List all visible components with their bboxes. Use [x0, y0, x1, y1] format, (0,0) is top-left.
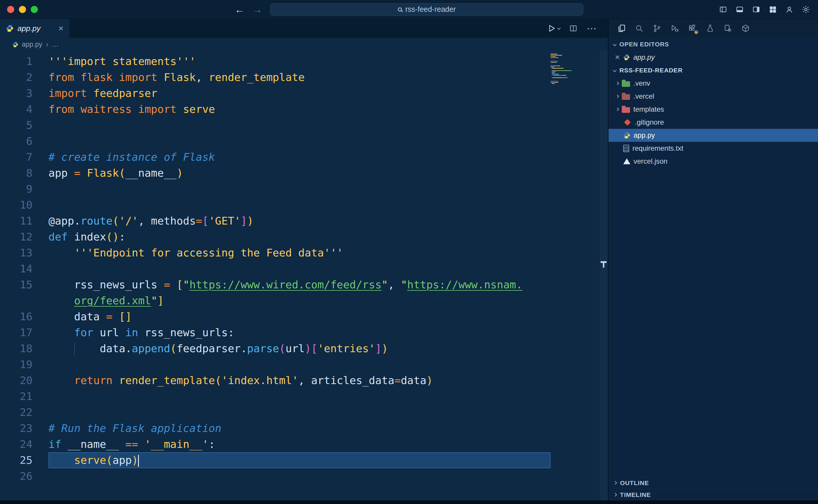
- run-button[interactable]: [547, 24, 560, 33]
- open-editor-label: app.py: [633, 53, 655, 61]
- breadcrumb-more[interactable]: …: [52, 40, 59, 48]
- open-editors-header[interactable]: OPEN EDITORS: [608, 38, 818, 51]
- breadcrumb-item-file[interactable]: app.py: [22, 40, 42, 48]
- more-actions-icon[interactable]: ⋯: [587, 23, 597, 33]
- code-text: app = Flask(__name__): [48, 165, 551, 181]
- line-number: 4: [0, 101, 33, 117]
- tools-icon[interactable]: [723, 23, 733, 34]
- extensions-icon[interactable]: [687, 23, 698, 34]
- code-line[interactable]: 12def index():: [0, 229, 551, 245]
- text-file-icon: [623, 145, 629, 152]
- code-line[interactable]: 8app = Flask(__name__): [0, 165, 551, 181]
- line-number: 23: [0, 420, 33, 436]
- tree-item-.vercel[interactable]: .vercel: [608, 90, 818, 103]
- line-number: 16: [0, 309, 33, 325]
- open-editors-label: OPEN EDITORS: [619, 41, 669, 48]
- code-line[interactable]: 10: [0, 197, 551, 213]
- git-icon: [624, 119, 631, 126]
- code-line[interactable]: 11@app.route('/', methods=['GET']): [0, 213, 551, 229]
- explorer-icon[interactable]: [616, 23, 627, 34]
- code-line[interactable]: 9: [0, 181, 551, 197]
- chevron-right-icon: [613, 481, 617, 485]
- code-text: org/feed.xml"]: [48, 293, 551, 309]
- line-number: 8: [0, 165, 33, 181]
- scrollbar[interactable]: [600, 51, 608, 500]
- timeline-section-header[interactable]: TIMELINE: [608, 489, 818, 500]
- close-window-button[interactable]: [7, 6, 14, 13]
- back-button[interactable]: ←: [235, 4, 245, 14]
- layout-columns-icon[interactable]: [719, 5, 728, 14]
- project-root-header[interactable]: RSS-FEED-READER: [608, 64, 818, 77]
- code-line[interactable]: 19: [0, 357, 551, 373]
- tab-app-py[interactable]: app.py ×: [0, 19, 69, 38]
- code-text: for url in rss_news_urls:: [48, 325, 551, 341]
- code-line[interactable]: 3import feedparser: [0, 85, 551, 101]
- search-icon[interactable]: [634, 23, 645, 34]
- code-line[interactable]: 21: [0, 388, 551, 404]
- code-line[interactable]: 22: [0, 404, 551, 420]
- run-debug-icon[interactable]: [669, 23, 680, 34]
- code-line[interactable]: 18 data.append(feedparser.parse(url)['en…: [0, 341, 551, 357]
- code-line[interactable]: 20 return render_template('index.html', …: [0, 373, 551, 388]
- chevron-right-icon: [616, 82, 619, 85]
- close-icon[interactable]: ×: [615, 53, 620, 61]
- settings-gear-icon[interactable]: [801, 5, 810, 14]
- line-number: 1: [0, 53, 33, 69]
- minimize-window-button[interactable]: [19, 6, 26, 13]
- line-number: 10: [0, 197, 33, 213]
- code-line[interactable]: 2from flask import Flask, render_templat…: [0, 69, 551, 85]
- toggle-panel-icon[interactable]: [735, 5, 744, 14]
- toggle-secondary-sidebar-icon[interactable]: [752, 5, 761, 14]
- code-line[interactable]: 7# create instance of Flask: [0, 149, 551, 165]
- line-number: 15: [0, 277, 33, 293]
- testing-beaker-icon[interactable]: [705, 23, 715, 34]
- source-control-icon[interactable]: [652, 23, 662, 34]
- activity-bar: [608, 19, 818, 38]
- split-editor-icon[interactable]: [569, 24, 578, 33]
- tree-item-.venv[interactable]: .venv: [608, 77, 818, 90]
- code-line[interactable]: 17 for url in rss_news_urls:: [0, 325, 551, 341]
- line-number: 20: [0, 373, 33, 388]
- code-line[interactable]: org/feed.xml"]: [0, 293, 551, 309]
- open-editor-item[interactable]: × app.py: [608, 51, 818, 64]
- line-number: 25: [0, 452, 33, 468]
- code-line[interactable]: 25 serve(app): [0, 452, 551, 468]
- minimap[interactable]: [551, 54, 600, 85]
- command-center: ← → rss-feed-reader: [235, 3, 583, 16]
- tree-item-.gitignore[interactable]: .gitignore: [608, 116, 818, 129]
- line-number: [0, 293, 33, 309]
- code-line[interactable]: 1'''import statements''': [0, 53, 551, 69]
- chevron-right-icon: [616, 95, 619, 98]
- code-line[interactable]: 24if __name__ == '__main__':: [0, 436, 551, 452]
- package-icon[interactable]: [740, 23, 751, 34]
- code-text: from flask import Flask, render_template: [48, 69, 551, 85]
- code-editor[interactable]: 1'''import statements'''2from flask impo…: [0, 51, 551, 500]
- titlebar: ← → rss-feed-reader: [0, 0, 818, 19]
- close-tab-icon[interactable]: ×: [58, 24, 64, 33]
- code-line[interactable]: 16 data = []: [0, 309, 551, 325]
- folder-icon: [622, 81, 630, 87]
- code-line[interactable]: 23# Run the Flask application: [0, 420, 551, 436]
- line-number: 12: [0, 229, 33, 245]
- timeline-label: TIMELINE: [620, 491, 651, 498]
- tree-item-app.py[interactable]: app.py: [608, 129, 818, 142]
- code-line[interactable]: 4from waitress import serve: [0, 101, 551, 117]
- tree-item-templates[interactable]: templates: [608, 103, 818, 116]
- code-line[interactable]: 6: [0, 133, 551, 149]
- code-line[interactable]: 13 '''Endpoint for accessing the Feed da…: [0, 245, 551, 261]
- python-icon: [12, 41, 18, 47]
- tree-item-requirements.txt[interactable]: requirements.txt: [608, 142, 818, 155]
- forward-button[interactable]: →: [252, 4, 262, 14]
- code-line[interactable]: 15 rss_news_urls = ["https://www.wired.c…: [0, 277, 551, 293]
- tree-item-vercel.json[interactable]: vercel.json: [608, 155, 818, 168]
- search-box[interactable]: rss-feed-reader: [270, 3, 583, 16]
- customize-layout-icon[interactable]: [768, 5, 777, 14]
- outline-section-header[interactable]: OUTLINE: [608, 477, 818, 489]
- code-text: data = []: [48, 309, 551, 325]
- chevron-right-icon: [616, 108, 619, 111]
- code-line[interactable]: 26: [0, 468, 551, 484]
- zoom-window-button[interactable]: [31, 6, 38, 13]
- code-line[interactable]: 14: [0, 261, 551, 277]
- code-line[interactable]: 5: [0, 117, 551, 133]
- account-icon[interactable]: [785, 5, 794, 14]
